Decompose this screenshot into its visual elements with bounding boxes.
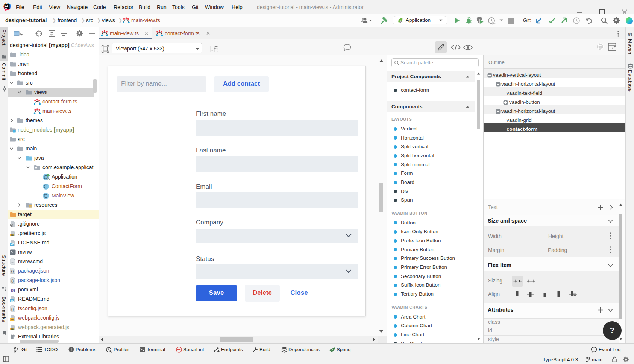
svg-text:MD: MD — [10, 243, 14, 246]
svg-text:m: m — [11, 287, 15, 293]
svg-text:JS: JS — [11, 234, 14, 236]
svg-text:MD: MD — [10, 299, 14, 302]
svg-text:JS: JS — [11, 318, 14, 321]
svg-text:JS: JS — [11, 328, 14, 330]
svg-text:{}: {} — [11, 279, 14, 283]
svg-text:{}: {} — [11, 307, 14, 311]
svg-text:{}: {} — [11, 270, 14, 273]
